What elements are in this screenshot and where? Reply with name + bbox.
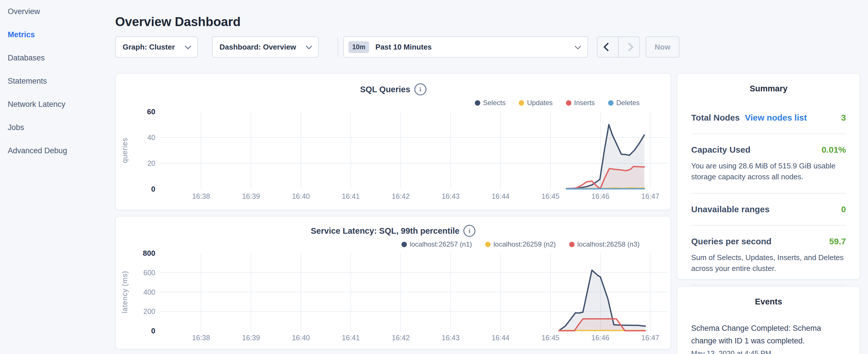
sidebar-item-advanced-debug[interactable]: Advanced Debug (8, 145, 67, 156)
event-text: Schema Change Completed: Schema change w… (691, 322, 846, 347)
svg-text:queries: queries (121, 138, 129, 163)
svg-text:200: 200 (143, 307, 155, 315)
summary-value: 3 (841, 113, 846, 123)
page-title: Overview Dashboard (115, 14, 241, 29)
summary-row-total-nodes: Total Nodes View nodes list 3 (691, 113, 846, 123)
chevron-left-icon (603, 42, 612, 51)
summary-value: 59.7 (829, 236, 846, 246)
summary-description: You are using 28.6 MiB of 515.9 GiB usab… (691, 160, 846, 182)
svg-text:16:44: 16:44 (492, 334, 509, 342)
svg-text:16:44: 16:44 (492, 192, 509, 200)
svg-text:400: 400 (143, 288, 155, 296)
summary-row-capacity-used: Capacity Used 0.01% (691, 145, 846, 155)
svg-text:latency (ms): latency (ms) (121, 271, 129, 313)
svg-text:40: 40 (147, 133, 155, 141)
svg-text:16:39: 16:39 (242, 334, 260, 342)
sidebar-item-network-latency[interactable]: Network Latency (8, 99, 65, 110)
svg-text:16:39: 16:39 (242, 192, 260, 200)
sidebar-item-metrics[interactable]: Metrics (8, 29, 35, 40)
graph-dropdown-label: Graph: Cluster (123, 43, 175, 52)
prev-range-button[interactable] (597, 37, 618, 57)
events-title: Events (691, 297, 846, 307)
svg-text:16:41: 16:41 (342, 192, 360, 200)
sql-queries-plot[interactable]: 16:3816:3916:4016:4116:4216:4316:4416:45… (116, 74, 671, 210)
svg-text:16:47: 16:47 (641, 334, 659, 342)
summary-row-queries-per-second: Queries per second 59.7 (691, 236, 846, 246)
chevron-down-icon (185, 43, 191, 50)
summary-title: Summary (691, 84, 846, 93)
event-date: May 13, 2020 at 4:45 PM (691, 349, 846, 354)
svg-text:0: 0 (151, 185, 155, 193)
svg-text:20: 20 (147, 159, 155, 167)
service-latency-chart-card: Service Latency: SQL, 99th percentile i … (115, 216, 671, 349)
svg-text:16:46: 16:46 (591, 334, 610, 342)
time-pager (597, 36, 640, 58)
sidebar-item-statements[interactable]: Statements (8, 75, 47, 87)
view-nodes-list-link[interactable]: View nodes list (745, 113, 807, 123)
svg-text:800: 800 (143, 249, 155, 257)
dashboard-dropdown-label: Dashboard: Overview (219, 43, 296, 52)
svg-text:16:40: 16:40 (292, 192, 310, 200)
dashboard-dropdown[interactable]: Dashboard: Overview (212, 36, 319, 58)
svg-text:16:42: 16:42 (392, 192, 410, 200)
svg-text:16:45: 16:45 (541, 334, 560, 342)
summary-label: Unavailable ranges (691, 204, 769, 214)
summary-label: Queries per second (691, 236, 771, 246)
time-range-dropdown[interactable]: 10m Past 10 Minutes (343, 36, 588, 58)
svg-text:16:42: 16:42 (392, 334, 410, 342)
summary-label: Capacity Used (691, 145, 750, 155)
svg-text:16:38: 16:38 (192, 192, 210, 200)
sidebar-item-jobs[interactable]: Jobs (8, 122, 24, 133)
summary-value: 0.01% (822, 145, 846, 155)
summary-value: 0 (841, 204, 846, 214)
sidebar: Overview Metrics Databases Statements Ne… (0, 0, 115, 354)
now-button[interactable]: Now (646, 36, 679, 58)
sidebar-item-databases[interactable]: Databases (8, 52, 45, 64)
divider (691, 133, 846, 134)
svg-text:16:46: 16:46 (591, 192, 610, 200)
divider (691, 225, 846, 226)
svg-text:16:38: 16:38 (192, 334, 210, 342)
summary-description: Sum of Selects, Updates, Inserts, and De… (691, 252, 846, 274)
svg-text:60: 60 (147, 107, 155, 116)
divider (691, 285, 846, 285)
svg-text:16:45: 16:45 (541, 192, 560, 200)
sidebar-item-overview[interactable]: Overview (8, 6, 40, 17)
svg-text:600: 600 (143, 269, 155, 277)
summary-row-unavailable-ranges: Unavailable ranges 0 (691, 204, 846, 214)
now-button-label: Now (655, 43, 671, 52)
divider (691, 193, 846, 194)
summary-panel: Summary Total Nodes View nodes list 3 Ca… (677, 73, 860, 280)
svg-text:16:40: 16:40 (292, 334, 310, 342)
svg-text:16:43: 16:43 (442, 192, 460, 200)
svg-text:16:43: 16:43 (442, 334, 460, 342)
summary-label: Total Nodes (691, 113, 740, 123)
sql-queries-chart-card: SQL Queries i Selects Updates Inserts De… (115, 73, 671, 210)
controls-divider (338, 37, 338, 57)
event-list-item[interactable]: Schema Change Completed: Schema change w… (691, 322, 846, 354)
svg-text:16:47: 16:47 (641, 192, 659, 200)
chevron-down-icon (306, 43, 312, 50)
events-panel: Events Schema Change Completed: Schema c… (677, 286, 860, 354)
svg-text:16:41: 16:41 (342, 334, 360, 342)
chevron-down-icon (575, 43, 581, 49)
graph-dropdown[interactable]: Graph: Cluster (115, 36, 198, 58)
chevron-right-icon (624, 42, 633, 51)
time-range-label: Past 10 Minutes (375, 43, 432, 52)
svg-text:0: 0 (151, 326, 155, 335)
service-latency-plot[interactable]: 16:3816:3916:4016:4116:4216:4316:4416:45… (116, 217, 671, 349)
time-range-badge: 10m (348, 41, 369, 53)
next-range-button[interactable] (618, 37, 639, 57)
